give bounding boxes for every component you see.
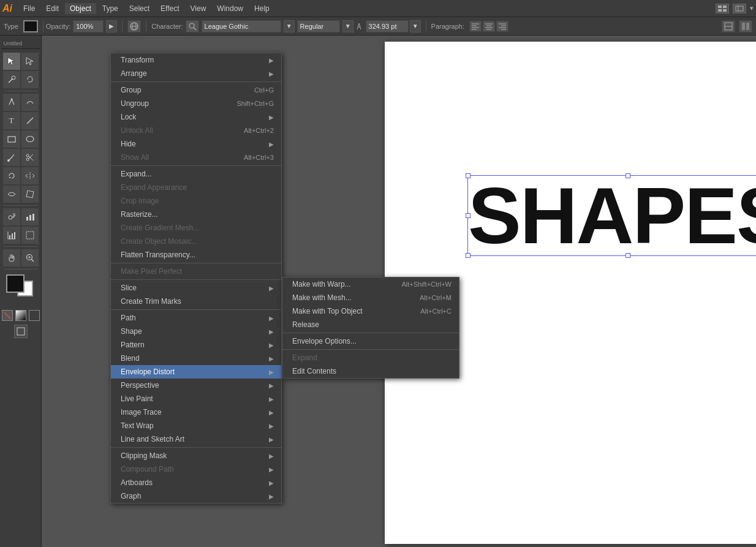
menu-file[interactable]: File [18,3,40,14]
zoom-tool[interactable] [21,249,39,266]
reflect-tool[interactable] [21,167,39,184]
menu-group[interactable]: Group Ctrl+G [111,83,281,97]
opacity-input[interactable] [73,20,104,32]
menu-line-sketch-art[interactable]: Line and Sketch Art ▶ [111,432,281,446]
rect-tool[interactable] [3,130,20,148]
menu-create-gradient-mesh[interactable]: Create Gradient Mesh... [111,221,281,235]
curvature-tool[interactable] [21,94,39,111]
graph-tool[interactable] [21,208,39,225]
menu-envelope-distort[interactable]: Envelope Distort ▶ [111,365,281,379]
menu-compound-path[interactable]: Compound Path ▶ [111,462,281,476]
submenu-edit-contents[interactable]: Edit Contents [282,364,459,378]
menu-crop-image[interactable]: Crop Image [111,194,281,208]
menu-unlock-all[interactable]: Unlock All Alt+Ctrl+2 [111,124,281,137]
font-size-dropdown-btn[interactable]: ▼ [410,20,421,32]
menu-text-wrap[interactable]: Text Wrap ▶ [111,419,281,432]
foreground-color-swatch[interactable] [6,274,25,293]
column-graph-tool[interactable] [3,227,20,244]
menu-ungroup[interactable]: Ungroup Shift+Ctrl+G [111,97,281,110]
menu-arrange[interactable]: Arrange ▶ [111,67,281,80]
menu-perspective[interactable]: Perspective ▶ [111,379,281,392]
shapes-selection-box[interactable]: SHAPES [467,175,756,256]
menu-artboards[interactable]: Artboards ▶ [111,476,281,489]
artboard-tool[interactable] [21,227,39,244]
paintbrush-tool[interactable] [3,149,20,166]
fill-color-swatch[interactable] [23,20,38,32]
menu-lock[interactable]: Lock ▶ [111,110,281,124]
menu-view[interactable]: View [186,3,211,14]
menu-shape[interactable]: Shape ▶ [111,325,281,338]
submenu-make-with-top-object[interactable]: Make with Top Object Alt+Ctrl+C [282,304,459,318]
arrange-doc-icon[interactable] [722,20,735,32]
menu-create-trim-marks[interactable]: Create Trim Marks [111,295,281,308]
font-style-dropdown-btn[interactable]: ▼ [342,20,353,32]
align-left-icon[interactable] [469,21,482,32]
lasso-tool[interactable] [21,71,39,88]
menu-graph[interactable]: Graph ▶ [111,489,281,503]
width-tool[interactable] [3,186,20,203]
menu-type[interactable]: Type [97,3,123,14]
align-right-icon[interactable] [496,21,508,32]
menu-live-paint[interactable]: Live Paint ▶ [111,392,281,406]
submenu-make-with-warp[interactable]: Make with Warp... Alt+Shift+Ctrl+W [282,277,459,291]
type-tool[interactable]: T [3,112,20,129]
menu-transform[interactable]: Transform ▶ [111,53,281,67]
menu-pattern[interactable]: Pattern ▶ [111,338,281,352]
rotate-tool[interactable] [3,167,20,184]
opacity-expand-btn[interactable]: ▶ [106,20,117,32]
menu-path[interactable]: Path ▶ [111,311,281,325]
normal-view-icon[interactable] [14,325,28,338]
line-tool[interactable] [21,112,39,129]
menu-help[interactable]: Help [249,3,274,14]
menu-object[interactable]: Object [65,3,96,14]
font-style-input[interactable] [297,20,340,32]
menu-edit[interactable]: Edit [41,3,64,14]
menu-rasterize[interactable]: Rasterize... [111,208,281,221]
magic-wand-tool[interactable] [3,71,20,88]
menu-make-pixel-perfect[interactable]: Make Pixel Perfect [111,265,281,278]
workspace-icon[interactable] [733,4,746,13]
font-dropdown-btn[interactable]: ▼ [284,20,295,32]
none-stroke-icon[interactable] [2,310,13,321]
menu-expand-appearance[interactable]: Expand Appearance [111,181,281,194]
font-name-input[interactable] [202,20,281,32]
menu-show-all[interactable]: Show All Alt+Ctrl+3 [111,151,281,164]
selection-handle-tm[interactable] [626,173,630,178]
menu-expand[interactable]: Expand... [111,167,281,181]
free-transform-tool[interactable] [21,186,39,203]
selection-handle-ml[interactable] [466,213,471,218]
menu-window[interactable]: Window [212,3,248,14]
menu-create-object-mosaic[interactable]: Create Object Mosaic... [111,235,281,248]
submenu-make-with-mesh[interactable]: Make with Mesh... Alt+Ctrl+M [282,291,459,304]
scissors-tool[interactable] [21,149,39,166]
selection-handle-bm[interactable] [626,253,630,258]
pen-tool[interactable] [3,94,20,111]
menu-select[interactable]: Select [124,3,154,14]
ellipse-tool[interactable] [21,130,39,148]
symbol-sprayer-tool[interactable] [3,208,20,225]
menu-hide[interactable]: Hide ▶ [111,137,281,151]
submenu-release[interactable]: Release [282,318,459,331]
arrange-icon[interactable] [716,4,729,13]
search-char-icon[interactable] [186,20,199,32]
selection-handle-tl[interactable] [466,173,471,178]
menu-image-trace[interactable]: Image Trace ▶ [111,406,281,419]
menu-effect[interactable]: Effect [156,3,184,14]
canvas-area[interactable]: SHAPES Transform ▶ [42,36,756,547]
submenu-envelope-options[interactable]: Envelope Options... [282,334,459,348]
direct-selection-tool[interactable] [21,53,39,70]
gradient-icon[interactable] [15,310,26,321]
none-fill-icon[interactable] [29,310,40,321]
arrange-canvas-icon[interactable] [739,20,752,32]
font-size-input[interactable] [366,20,409,32]
align-center-icon[interactable] [483,21,495,32]
globe-icon[interactable] [127,20,141,32]
menu-slice[interactable]: Slice ▶ [111,281,281,295]
submenu-expand[interactable]: Expand [282,351,459,364]
selection-tool[interactable] [3,53,20,70]
hand-tool[interactable] [3,249,20,266]
menu-blend[interactable]: Blend ▶ [111,352,281,365]
menu-clipping-mask[interactable]: Clipping Mask ▶ [111,449,281,462]
menu-flatten-transparency[interactable]: Flatten Transparency... [111,248,281,262]
selection-handle-bl[interactable] [466,253,471,258]
